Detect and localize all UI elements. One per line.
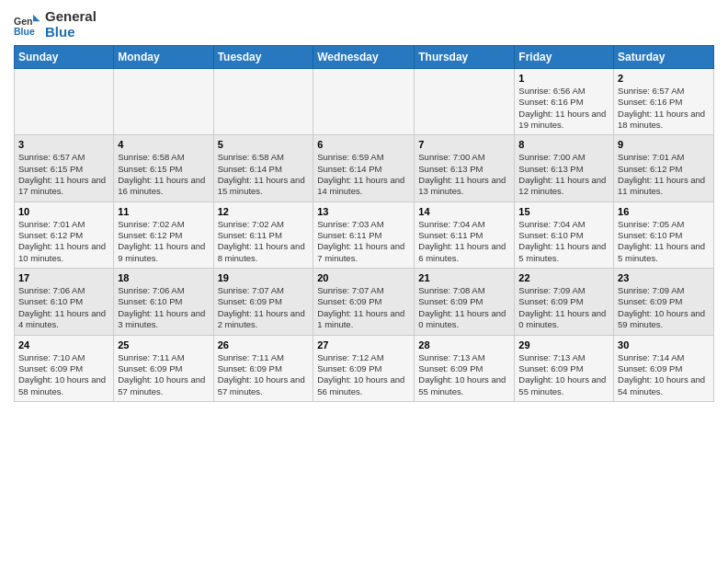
calendar-cell: 10Sunrise: 7:01 AMSunset: 6:12 PMDayligh… <box>15 201 114 268</box>
calendar-cell: 29Sunrise: 7:13 AMSunset: 6:09 PMDayligh… <box>515 335 614 401</box>
day-number: 8 <box>518 139 609 150</box>
day-info: Sunrise: 7:11 AMSunset: 6:09 PMDaylight:… <box>218 352 310 397</box>
calendar-cell: 24Sunrise: 7:10 AMSunset: 6:09 PMDayligh… <box>15 335 114 401</box>
weekday-header-wednesday: Wednesday <box>313 46 415 69</box>
day-number: 6 <box>317 139 410 150</box>
calendar-cell <box>213 69 313 135</box>
day-info: Sunrise: 7:00 AMSunset: 6:13 PMDaylight:… <box>418 152 510 197</box>
calendar-cell: 16Sunrise: 7:05 AMSunset: 6:10 PMDayligh… <box>614 201 714 268</box>
day-info: Sunrise: 7:05 AMSunset: 6:10 PMDaylight:… <box>618 219 710 264</box>
weekday-header-saturday: Saturday <box>614 46 714 69</box>
day-number: 28 <box>418 339 510 350</box>
week-row-3: 10Sunrise: 7:01 AMSunset: 6:12 PMDayligh… <box>15 201 714 268</box>
day-number: 14 <box>418 206 510 217</box>
calendar-cell: 18Sunrise: 7:06 AMSunset: 6:10 PMDayligh… <box>114 269 213 335</box>
week-row-1: 1Sunrise: 6:56 AMSunset: 6:16 PMDaylight… <box>15 69 714 135</box>
calendar-cell: 14Sunrise: 7:04 AMSunset: 6:11 PMDayligh… <box>415 201 515 268</box>
day-info: Sunrise: 7:13 AMSunset: 6:09 PMDaylight:… <box>518 352 609 397</box>
day-number: 30 <box>618 339 710 350</box>
day-number: 24 <box>18 339 109 350</box>
weekday-header-monday: Monday <box>114 46 213 69</box>
day-number: 2 <box>618 73 710 84</box>
day-number: 16 <box>618 206 710 217</box>
calendar-cell <box>114 69 213 135</box>
calendar-cell: 9Sunrise: 7:01 AMSunset: 6:12 PMDaylight… <box>614 135 714 201</box>
day-info: Sunrise: 7:07 AMSunset: 6:09 PMDaylight:… <box>317 285 410 330</box>
day-number: 3 <box>18 139 109 150</box>
calendar-cell: 8Sunrise: 7:00 AMSunset: 6:13 PMDaylight… <box>515 135 614 201</box>
day-info: Sunrise: 6:57 AMSunset: 6:15 PMDaylight:… <box>18 152 109 197</box>
day-info: Sunrise: 7:01 AMSunset: 6:12 PMDaylight:… <box>618 152 710 197</box>
day-info: Sunrise: 7:08 AMSunset: 6:09 PMDaylight:… <box>418 285 510 330</box>
logo-icon: Gen Blue <box>14 11 41 39</box>
calendar-cell: 5Sunrise: 6:58 AMSunset: 6:14 PMDaylight… <box>213 135 313 201</box>
day-number: 26 <box>218 339 310 350</box>
day-info: Sunrise: 7:00 AMSunset: 6:13 PMDaylight:… <box>518 152 609 197</box>
logo-blue: Blue <box>45 25 97 40</box>
calendar-cell: 13Sunrise: 7:03 AMSunset: 6:11 PMDayligh… <box>313 201 415 268</box>
calendar-cell: 15Sunrise: 7:04 AMSunset: 6:10 PMDayligh… <box>515 201 614 268</box>
day-info: Sunrise: 7:01 AMSunset: 6:12 PMDaylight:… <box>18 219 109 264</box>
day-info: Sunrise: 7:02 AMSunset: 6:11 PMDaylight:… <box>218 219 310 264</box>
calendar-cell <box>415 69 515 135</box>
day-info: Sunrise: 7:07 AMSunset: 6:09 PMDaylight:… <box>218 285 310 330</box>
week-row-4: 17Sunrise: 7:06 AMSunset: 6:10 PMDayligh… <box>15 269 714 335</box>
calendar-cell: 1Sunrise: 6:56 AMSunset: 6:16 PMDaylight… <box>515 69 614 135</box>
day-info: Sunrise: 6:58 AMSunset: 6:15 PMDaylight:… <box>118 152 209 197</box>
calendar-cell: 23Sunrise: 7:09 AMSunset: 6:09 PMDayligh… <box>614 269 714 335</box>
day-info: Sunrise: 7:04 AMSunset: 6:10 PMDaylight:… <box>518 219 609 264</box>
calendar-cell: 7Sunrise: 7:00 AMSunset: 6:13 PMDaylight… <box>415 135 515 201</box>
day-number: 27 <box>317 339 410 350</box>
day-number: 12 <box>218 206 310 217</box>
day-number: 1 <box>518 73 609 84</box>
day-number: 5 <box>218 139 310 150</box>
calendar-cell: 4Sunrise: 6:58 AMSunset: 6:15 PMDaylight… <box>114 135 213 201</box>
week-row-5: 24Sunrise: 7:10 AMSunset: 6:09 PMDayligh… <box>15 335 714 401</box>
calendar-cell: 20Sunrise: 7:07 AMSunset: 6:09 PMDayligh… <box>313 269 415 335</box>
weekday-header-thursday: Thursday <box>415 46 515 69</box>
day-info: Sunrise: 7:12 AMSunset: 6:09 PMDaylight:… <box>317 352 410 397</box>
calendar-cell: 30Sunrise: 7:14 AMSunset: 6:09 PMDayligh… <box>614 335 714 401</box>
calendar-table: SundayMondayTuesdayWednesdayThursdayFrid… <box>14 45 714 402</box>
calendar-cell: 12Sunrise: 7:02 AMSunset: 6:11 PMDayligh… <box>213 201 313 268</box>
svg-text:Blue: Blue <box>14 25 35 36</box>
weekday-header-tuesday: Tuesday <box>213 46 313 69</box>
day-info: Sunrise: 7:10 AMSunset: 6:09 PMDaylight:… <box>18 352 109 397</box>
calendar-cell: 3Sunrise: 6:57 AMSunset: 6:15 PMDaylight… <box>15 135 114 201</box>
weekday-header-friday: Friday <box>515 46 614 69</box>
calendar-cell: 6Sunrise: 6:59 AMSunset: 6:14 PMDaylight… <box>313 135 415 201</box>
day-number: 23 <box>618 272 710 283</box>
weekday-header-row: SundayMondayTuesdayWednesdayThursdayFrid… <box>15 46 714 69</box>
day-number: 15 <box>518 206 609 217</box>
day-number: 4 <box>118 139 209 150</box>
day-info: Sunrise: 6:58 AMSunset: 6:14 PMDaylight:… <box>218 152 310 197</box>
day-number: 7 <box>418 139 510 150</box>
week-row-2: 3Sunrise: 6:57 AMSunset: 6:15 PMDaylight… <box>15 135 714 201</box>
day-number: 25 <box>118 339 209 350</box>
day-number: 22 <box>518 272 609 283</box>
day-info: Sunrise: 7:03 AMSunset: 6:11 PMDaylight:… <box>317 219 410 264</box>
calendar-cell: 11Sunrise: 7:02 AMSunset: 6:12 PMDayligh… <box>114 201 213 268</box>
day-number: 11 <box>118 206 209 217</box>
day-info: Sunrise: 6:56 AMSunset: 6:16 PMDaylight:… <box>518 86 609 131</box>
day-number: 13 <box>317 206 410 217</box>
day-number: 9 <box>618 139 710 150</box>
calendar-cell <box>15 69 114 135</box>
page-header: Gen Blue General Blue <box>14 9 714 40</box>
calendar-cell: 28Sunrise: 7:13 AMSunset: 6:09 PMDayligh… <box>415 335 515 401</box>
day-info: Sunrise: 7:11 AMSunset: 6:09 PMDaylight:… <box>118 352 209 397</box>
svg-marker-2 <box>33 14 40 21</box>
calendar-cell: 26Sunrise: 7:11 AMSunset: 6:09 PMDayligh… <box>213 335 313 401</box>
day-info: Sunrise: 7:14 AMSunset: 6:09 PMDaylight:… <box>618 352 710 397</box>
day-number: 29 <box>518 339 609 350</box>
day-info: Sunrise: 6:59 AMSunset: 6:14 PMDaylight:… <box>317 152 410 197</box>
day-info: Sunrise: 7:06 AMSunset: 6:10 PMDaylight:… <box>18 285 109 330</box>
logo-general: General <box>45 9 97 25</box>
day-info: Sunrise: 7:04 AMSunset: 6:11 PMDaylight:… <box>418 219 510 264</box>
calendar-cell: 25Sunrise: 7:11 AMSunset: 6:09 PMDayligh… <box>114 335 213 401</box>
calendar-cell: 2Sunrise: 6:57 AMSunset: 6:16 PMDaylight… <box>614 69 714 135</box>
calendar-cell: 17Sunrise: 7:06 AMSunset: 6:10 PMDayligh… <box>15 269 114 335</box>
day-info: Sunrise: 7:13 AMSunset: 6:09 PMDaylight:… <box>418 352 510 397</box>
calendar-cell: 21Sunrise: 7:08 AMSunset: 6:09 PMDayligh… <box>415 269 515 335</box>
weekday-header-sunday: Sunday <box>15 46 114 69</box>
